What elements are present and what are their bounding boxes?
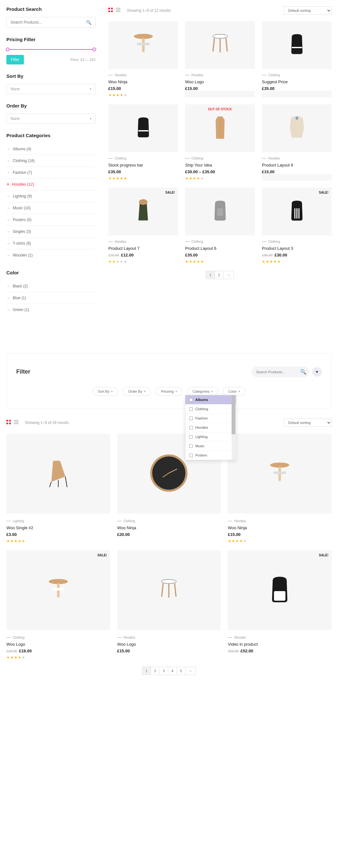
search-icon[interactable]: 🔍 (86, 20, 92, 25)
filter-button[interactable]: Filter (6, 55, 24, 64)
product-category: Clothing (6, 636, 110, 639)
product-image (262, 21, 332, 69)
filter-pill[interactable]: Categories ▾ (187, 387, 218, 396)
product-card[interactable]: Clothing Stock progress bar £35.00 ★★★★★ (108, 104, 178, 181)
product-name[interactable]: Product Layout 7 (108, 246, 178, 251)
filter-pill[interactable]: Sort By ▾ (92, 387, 118, 396)
category-item[interactable]: →Albums (4) (6, 143, 96, 155)
dropdown-option[interactable]: Posters (185, 451, 236, 460)
page-link[interactable]: 5 (176, 667, 185, 675)
category-item[interactable]: →Singles (3) (6, 226, 96, 238)
page-link[interactable]: → (223, 271, 234, 279)
search-input[interactable] (10, 20, 86, 25)
categories-dropdown[interactable]: AlbumsClothingFashionHoodiesLightingMusi… (185, 395, 236, 460)
category-item[interactable]: →T-shirts (6) (6, 238, 96, 249)
product-name[interactable]: Woo Ninja (117, 525, 221, 530)
product-name[interactable]: Woo Logo (6, 642, 110, 647)
filter-pill[interactable]: Priceing ▾ (156, 387, 182, 396)
product-card[interactable]: Clothing Suggest Price £35.00 (262, 21, 332, 97)
dropdown-option[interactable]: Fashion (185, 414, 236, 423)
product-name[interactable]: Woo Logo (185, 80, 255, 84)
product-name[interactable]: Product Layout 9 (262, 163, 332, 167)
main-content: Showing 1–9 of 12 results Default sortin… (108, 6, 332, 324)
page-link[interactable]: 1 (142, 667, 151, 675)
scrollbar-thumb[interactable] (232, 395, 235, 434)
svg-rect-11 (292, 47, 302, 48)
category-item[interactable]: →Fashion (7) (6, 167, 96, 179)
product-card[interactable]: Lighting Woo Single #2 £3.00 ★★★★★ (6, 434, 110, 543)
grid-view-icon[interactable] (6, 420, 11, 426)
page-link[interactable]: 3 (159, 667, 168, 675)
pricing-title: Pricing Filter (6, 37, 96, 42)
price-slider[interactable] (6, 49, 96, 51)
page-link[interactable]: 2 (215, 271, 224, 279)
slider-min-handle[interactable] (6, 48, 9, 51)
product-image: OUT OF STOCK (185, 104, 255, 152)
category-item[interactable]: →Music (10) (6, 202, 96, 214)
list-view-icon[interactable] (14, 420, 19, 426)
sort-select[interactable]: Default sorting (284, 6, 332, 15)
filter-search[interactable]: 🔍 (252, 366, 309, 377)
grid-view-icon[interactable] (108, 8, 113, 13)
product-card[interactable]: Clothing Product Layout 6 £35.00 ★★★★★ (185, 188, 255, 264)
list-view-icon[interactable] (116, 8, 121, 13)
product-card[interactable]: Hoodies Woo Ninja £15.00 ★★★★★ (228, 434, 332, 543)
color-item[interactable]: →Black (2) (6, 280, 96, 292)
chevron-down-icon: ▾ (90, 87, 92, 91)
filter-search-input[interactable] (256, 370, 300, 374)
arrow-right-icon: → (6, 253, 10, 257)
dropdown-option[interactable]: Clothing (185, 404, 236, 414)
page-link[interactable]: → (185, 667, 196, 675)
dropdown-option[interactable]: Hoodies (185, 423, 236, 432)
product-card[interactable]: Hoodies Woo Logo £15.00 (117, 550, 221, 660)
page-link[interactable]: 4 (168, 667, 177, 675)
product-card[interactable]: SALE! Clothing Product Layout 3 £35.00£3… (262, 188, 332, 264)
product-image: SALE! (262, 188, 332, 236)
product-name[interactable]: Video in product (228, 642, 332, 647)
filter-pill[interactable]: Order By ▾ (123, 387, 151, 396)
color-item[interactable]: →Blue (1) (6, 292, 96, 304)
page-link[interactable]: 1 (206, 271, 215, 279)
product-category: Clothing (108, 157, 178, 160)
product-card[interactable]: Hoodies Woo Ninja £15.00 ★★★★★ (108, 21, 178, 97)
chevron-down-icon: ▾ (144, 390, 145, 393)
product-price: £35.00 (185, 253, 255, 257)
orderby-select[interactable]: None▾ (6, 114, 96, 124)
product-name[interactable]: Suggest Price (262, 80, 332, 84)
dropdown-option[interactable]: Music (185, 441, 236, 451)
product-card[interactable]: OUT OF STOCK Clothing Ship Your Idea £30… (185, 104, 255, 181)
product-name[interactable]: Stock progress bar (108, 163, 178, 167)
chevron-down-icon: ▾ (239, 390, 240, 393)
product-card[interactable]: SALE! Clothing Woo Logo £20.00£18.00 ★★★… (6, 550, 110, 660)
dropdown-option[interactable]: Albums (185, 395, 236, 404)
product-name[interactable]: Woo Ninja (228, 525, 332, 530)
arrow-right-icon: → (6, 147, 10, 151)
product-name[interactable]: Woo Single #2 (6, 525, 110, 530)
category-item[interactable]: →Lighting (9) (6, 190, 96, 202)
filter-pill[interactable]: Color ▾ (223, 387, 245, 396)
slider-max-handle[interactable] (92, 48, 96, 51)
sort-select-2[interactable]: Default sorting (284, 418, 332, 427)
category-item[interactable]: →Clothing (18) (6, 155, 96, 167)
product-card[interactable]: Hoodies Woo Logo £15.00 (185, 21, 255, 97)
product-name[interactable]: Woo Ninja (108, 80, 178, 84)
product-name[interactable]: Product Layout 6 (185, 246, 255, 251)
product-card[interactable]: SALE! Wooden Video in product £56.00£52.… (228, 550, 332, 660)
product-name[interactable]: Ship Your Idea (185, 163, 255, 167)
category-item[interactable]: →Wooden (1) (6, 249, 96, 261)
category-item[interactable]: →Posters (5) (6, 214, 96, 226)
product-name[interactable]: Product Layout 3 (262, 246, 332, 251)
category-item[interactable]: ✕Hoodies (12) (6, 179, 96, 190)
category-label: Albums (4) (13, 147, 31, 151)
filter-toggle-button[interactable]: ▼ (312, 367, 322, 377)
sortby-select[interactable]: None▾ (6, 84, 96, 94)
product-name[interactable]: Woo Logo (117, 642, 221, 647)
search-box[interactable]: 🔍 (6, 17, 96, 28)
search-icon[interactable]: 🔍 (300, 369, 306, 375)
page-link[interactable]: 2 (151, 667, 160, 675)
dropdown-option[interactable]: Lighting (185, 432, 236, 441)
product-card[interactable]: Hoodies Product Layout 9 £15.00 (262, 104, 332, 181)
color-item[interactable]: →Green (1) (6, 304, 96, 315)
checkbox-icon (189, 416, 193, 420)
product-card[interactable]: SALE! Hoodies Product Layout 7 £15.00£12… (108, 188, 178, 264)
